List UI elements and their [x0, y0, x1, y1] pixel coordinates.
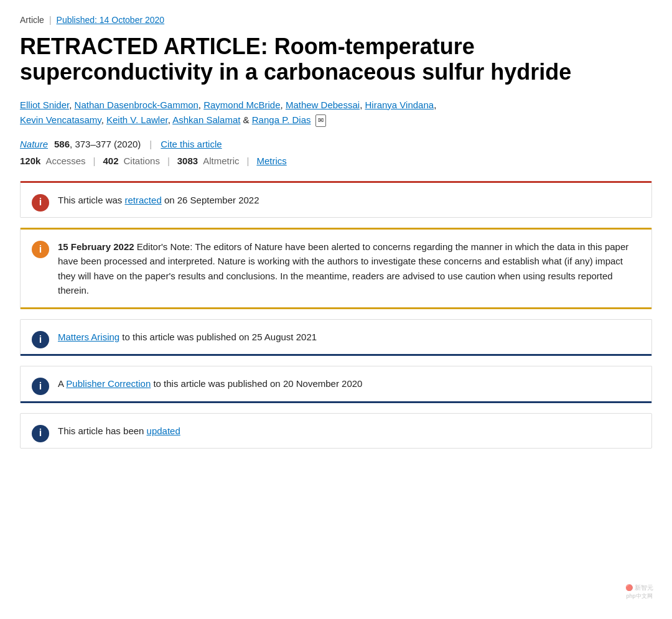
author-elliot-snider[interactable]: Elliot Snider [20, 100, 69, 110]
journal-separator: | [149, 139, 152, 149]
author-nathan-dasenbrock-gammon[interactable]: Nathan Dasenbrock-Gammon [75, 100, 198, 110]
accesses-value: 120k [20, 156, 40, 166]
author-ranga-dias[interactable]: Ranga P. Dias [252, 114, 311, 125]
cite-this-article-link[interactable]: Cite this article [161, 139, 222, 149]
editors-note: i 15 February 2022 Editor's Note: The ed… [20, 228, 652, 309]
published-date-link[interactable]: Published: 14 October 2020 [57, 15, 165, 25]
email-icon: ✉ [315, 114, 326, 127]
author-kevin-vencatasamy[interactable]: Kevin Vencatasamy [20, 114, 101, 125]
journal-line: Nature 586, 373–377 (2020) | Cite this a… [20, 139, 652, 149]
metrics-link[interactable]: Metrics [256, 156, 286, 166]
article-type: Article [20, 15, 44, 25]
article-title: RETRACTED ARTICLE: Room-temperature supe… [20, 34, 652, 85]
meta-separator: | [49, 15, 52, 25]
matters-arising-icon: i [32, 331, 49, 348]
altmetric-value: 3083 [177, 156, 198, 166]
altmetric-label: Altmetric [203, 156, 239, 166]
updated-icon: i [32, 425, 49, 442]
article-meta: Article | Published: 14 October 2020 [20, 15, 652, 25]
retraction-notice: i This article was retracted on 26 Septe… [20, 181, 652, 218]
metrics-line: 120k Accesses | 402 Citations | 3083 Alt… [20, 156, 652, 166]
author-keith-lawler[interactable]: Keith V. Lawler [106, 114, 168, 125]
updated-text: This article has been updated [58, 426, 180, 436]
author-mathew-debessai[interactable]: Mathew Debessai [286, 100, 360, 110]
author-hiranya-vindana[interactable]: Hiranya Vindana [365, 100, 434, 110]
authors-list: Elliot Snider, Nathan Dasenbrock-Gammon,… [20, 98, 652, 128]
journal-name-link[interactable]: Nature [20, 139, 48, 149]
updated-notice: i This article has been updated [20, 413, 652, 449]
matters-arising-text: Matters Arising to this article was publ… [58, 332, 317, 342]
publisher-correction-text: A Publisher Correction to this article w… [58, 378, 362, 389]
editors-note-text: 15 February 2022 Editor's Note: The edit… [58, 241, 628, 296]
retraction-icon: i [32, 194, 49, 212]
updated-link[interactable]: updated [147, 426, 180, 436]
publisher-correction-link[interactable]: Publisher Correction [66, 378, 151, 389]
citations-value: 402 [103, 156, 118, 166]
retraction-text: This article was retracted on 26 Septemb… [58, 195, 259, 205]
retracted-link[interactable]: retracted [125, 195, 162, 205]
editors-note-date: 15 February 2022 [58, 241, 134, 252]
journal-volume-pages: 586, 373–377 (2020) [54, 139, 141, 149]
publisher-correction-notice: i A Publisher Correction to this article… [20, 366, 652, 403]
matters-arising-link[interactable]: Matters Arising [58, 332, 119, 342]
publisher-correction-icon: i [32, 378, 49, 395]
editors-note-icon: i [32, 241, 49, 258]
accesses-label: Accesses [45, 156, 85, 166]
matters-arising-notice: i Matters Arising to this article was pu… [20, 319, 652, 356]
author-raymond-mcbride[interactable]: Raymond McBride [203, 100, 280, 110]
author-ashkan-salamat[interactable]: Ashkan Salamat [172, 114, 240, 125]
citations-label: Citations [124, 156, 160, 166]
